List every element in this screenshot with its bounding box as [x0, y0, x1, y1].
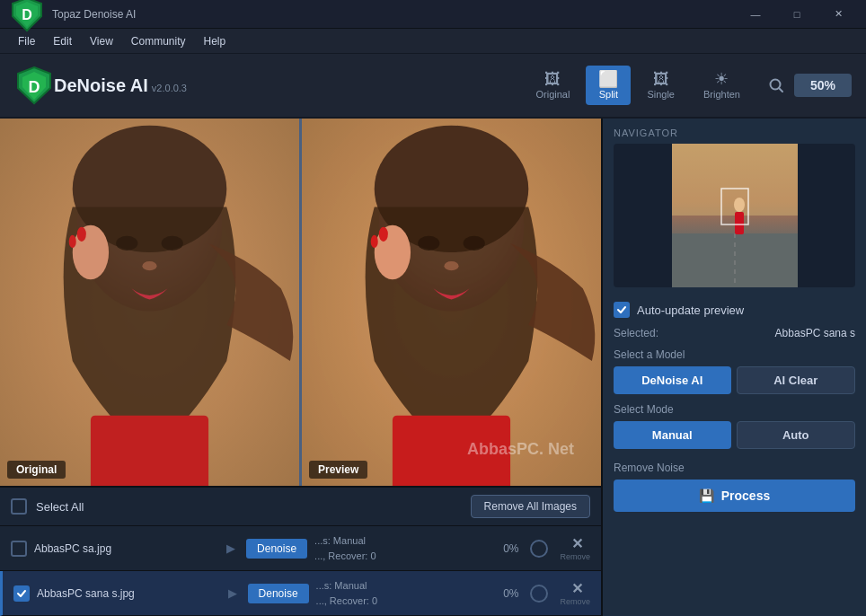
auto-update-checkbox[interactable]	[614, 302, 630, 318]
selected-key-label: Selected:	[614, 327, 658, 339]
checkmark-icon	[16, 588, 27, 599]
arrow-right-icon: ▶	[226, 541, 235, 555]
menu-help[interactable]: Help	[195, 31, 235, 51]
minimize-button[interactable]: —	[735, 0, 776, 29]
remove-all-images-button[interactable]: Remove All Images	[471, 495, 590, 518]
manual-mode-button[interactable]: Manual	[614, 421, 731, 449]
navigator-label: NAVIGATOR	[614, 128, 855, 138]
brand-text: DeNoise AI v2.0.0.3	[54, 75, 187, 96]
file-row[interactable]: AbbasPC sana s.jpg ▶ Denoise ...s: Manua…	[0, 571, 601, 616]
process-button[interactable]: 💾 Process	[614, 480, 855, 512]
image-panel: Original	[0, 119, 601, 616]
brighten-view-icon: ☀	[714, 71, 729, 87]
image-comparison-area: Original	[0, 119, 601, 486]
menu-community[interactable]: Community	[122, 31, 195, 51]
ai-clear-model-button[interactable]: AI Clear	[737, 366, 856, 394]
file-1-circle-button[interactable]	[530, 540, 548, 558]
titlebar: D Topaz Denoise AI — □ ✕	[0, 0, 866, 29]
file-1-denoise-button[interactable]: Denoise	[246, 539, 307, 559]
menu-file[interactable]: File	[9, 31, 44, 51]
single-view-button[interactable]: 🖼 Single	[634, 66, 687, 105]
file-1-percent: 0%	[503, 542, 518, 555]
file-list-header: Select All Remove All Images	[0, 488, 601, 526]
auto-update-checkmark-icon	[616, 304, 627, 315]
brand-version: v2.0.0.3	[152, 83, 187, 93]
svg-rect-15	[91, 416, 208, 486]
remove-noise-section: Remove Noise 💾 Process	[614, 462, 855, 512]
split-view-label: Split	[599, 89, 618, 100]
svg-point-13	[162, 236, 183, 251]
mode-buttons: Manual Auto	[614, 421, 855, 449]
file-2-settings: ...s: Manual ..., Recover: 0	[316, 578, 497, 608]
model-buttons: DeNoise AI AI Clear	[614, 366, 855, 394]
preview-photo-svg	[302, 119, 601, 486]
file-1-settings-line1: ...s: Manual	[314, 533, 496, 549]
zoom-area: 50%	[764, 73, 852, 98]
file-2-settings-line1: ...s: Manual	[316, 578, 497, 594]
window-controls: — □ ✕	[735, 0, 859, 29]
preview-image-half: Preview AbbasPC. Net	[302, 119, 601, 486]
select-all-checkbox[interactable]	[11, 498, 27, 515]
menu-edit[interactable]: Edit	[44, 31, 81, 51]
file-2-remove-button[interactable]: ✕	[571, 580, 583, 597]
split-divider[interactable]	[299, 119, 302, 486]
svg-point-29	[371, 235, 378, 248]
file-1-remove-button[interactable]: ✕	[571, 535, 583, 552]
process-icon: 💾	[699, 488, 714, 503]
original-photo-svg	[0, 119, 299, 486]
arrow-right-icon-2: ▶	[228, 586, 237, 600]
brighten-view-label: Brighten	[703, 89, 740, 100]
split-view-icon: ⬜	[598, 71, 618, 87]
file-1-settings-line2: ..., Recover: 0	[314, 549, 496, 564]
svg-point-23	[418, 236, 439, 251]
right-panel: NAVIGATOR	[601, 119, 866, 616]
file-row[interactable]: AbbasPC sa.jpg ▶ Denoise ...s: Manual ..…	[0, 526, 601, 571]
file-2-remove-area: ✕ Remove	[561, 580, 591, 606]
maximize-button[interactable]: □	[776, 0, 817, 29]
file-2-percent: 0%	[503, 587, 518, 600]
svg-text:D: D	[29, 78, 40, 96]
navigator-photo-svg	[672, 144, 798, 287]
svg-point-14	[142, 261, 156, 270]
navigator-section: NAVIGATOR	[614, 128, 855, 293]
svg-point-25	[444, 261, 458, 270]
original-image-half: Original	[0, 119, 299, 486]
file-1-checkbox[interactable]	[11, 541, 27, 557]
zoom-search-icon[interactable]	[764, 73, 789, 98]
file-2-settings-line2: ..., Recover: 0	[316, 594, 497, 609]
model-section-label: Select a Model	[614, 348, 855, 361]
svg-point-33	[734, 198, 745, 212]
auto-mode-button[interactable]: Auto	[737, 421, 856, 449]
selected-value: AbbasPC sana s	[775, 327, 855, 339]
mode-selection-section: Select Mode Manual Auto	[614, 403, 855, 449]
menu-view[interactable]: View	[81, 31, 122, 51]
menubar: File Edit View Community Help	[0, 29, 866, 54]
single-view-icon: 🖼	[653, 71, 669, 87]
file-2-circle-button[interactable]	[530, 585, 548, 603]
svg-point-28	[379, 227, 388, 242]
denoise-ai-model-button[interactable]: DeNoise AI	[614, 366, 731, 394]
brand-logo-icon: D	[14, 66, 54, 105]
select-all-label[interactable]: Select All	[36, 500, 462, 514]
app-logo-icon: D	[7, 0, 47, 34]
svg-rect-34	[735, 212, 744, 234]
file-1-settings: ...s: Manual ..., Recover: 0	[314, 533, 496, 563]
view-mode-buttons: 🖼 Original ⬜ Split 🖼 Single ☀ Brighten	[524, 66, 753, 105]
file-2-name: AbbasPC sana s.jpg	[37, 587, 217, 600]
file-2-denoise-button[interactable]: Denoise	[248, 584, 309, 603]
brighten-view-button[interactable]: ☀ Brighten	[691, 66, 753, 105]
file-1-remove-area: ✕ Remove	[561, 535, 591, 561]
mode-section-label: Select Mode	[614, 403, 855, 416]
original-view-button[interactable]: 🖼 Original	[524, 66, 583, 105]
split-view-button[interactable]: ⬜ Split	[586, 66, 631, 105]
preview-image-label: Preview	[309, 461, 367, 479]
svg-text:D: D	[22, 7, 32, 22]
file-2-checkbox[interactable]	[13, 585, 30, 602]
single-view-label: Single	[647, 89, 675, 100]
model-selection-section: Select a Model DeNoise AI AI Clear	[614, 348, 855, 394]
file-1-name: AbbasPC sa.jpg	[34, 542, 216, 555]
main-layout: Original	[0, 119, 866, 616]
zoom-level-button[interactable]: 50%	[794, 74, 852, 97]
close-button[interactable]: ✕	[817, 0, 859, 29]
svg-line-7	[779, 88, 782, 92]
